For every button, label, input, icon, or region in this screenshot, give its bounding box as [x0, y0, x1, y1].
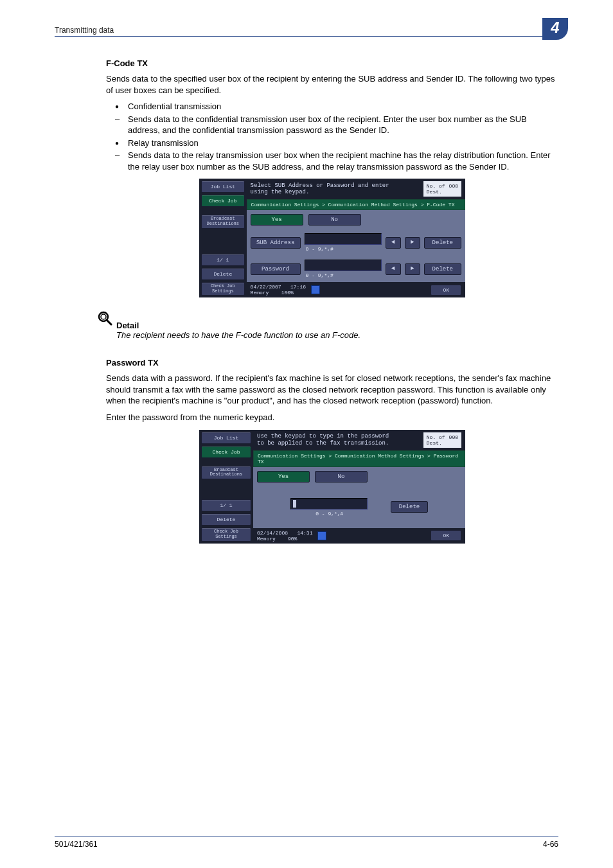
- memory-label: Memory: [257, 536, 276, 542]
- yes-button[interactable]: Yes: [257, 471, 310, 483]
- destination-count-badge: No. of Dest. 000: [423, 181, 461, 197]
- dest-count: 000: [449, 434, 458, 446]
- list-item: Sends data to the confidential transmiss…: [106, 114, 558, 136]
- detail-heading: Detail: [116, 321, 360, 330]
- svg-point-1: [101, 314, 106, 319]
- page-header-title: Transmitting data: [55, 26, 114, 35]
- page-indicator: 1/ 1: [201, 254, 245, 266]
- status-time: 17:16: [290, 284, 306, 290]
- status-time: 14:31: [297, 530, 312, 536]
- section-paragraph: Enter the password from the numeric keyp…: [106, 412, 558, 423]
- input-range: 0 - 9,*,#: [306, 272, 333, 278]
- password-field[interactable]: [305, 260, 382, 271]
- status-date: 02/14/2008: [257, 530, 288, 536]
- job-list-button[interactable]: Job List: [201, 181, 245, 193]
- input-range: 0 - 9,*,#: [306, 246, 333, 252]
- sub-address-field[interactable]: [305, 233, 382, 245]
- check-job-settings-button[interactable]: Check Job Settings: [201, 527, 251, 541]
- breadcrumb: Communication Settings > Communication M…: [253, 450, 465, 467]
- broadcast-destinations-button[interactable]: Broadcast Destinations: [201, 215, 245, 228]
- check-job-button[interactable]: Check Job: [201, 446, 251, 458]
- memory-label: Memory: [251, 290, 269, 296]
- section-paragraph: Sends data with a password. If the recip…: [106, 373, 558, 407]
- svg-line-2: [107, 320, 111, 324]
- breadcrumb: Communication Settings > Communication M…: [247, 199, 465, 210]
- sub-address-label[interactable]: SUB Address: [251, 237, 301, 249]
- memory-icon: [317, 531, 326, 540]
- section-heading-password: Password TX: [106, 358, 558, 368]
- list-item: Confidential transmission: [106, 101, 558, 112]
- list-item: Relay transmission: [106, 137, 558, 149]
- input-range: 0 - 9,*,#: [315, 511, 343, 517]
- instruction-text: Select SUB Address or Password and enter…: [251, 182, 389, 197]
- arrow-right-icon[interactable]: ►: [405, 237, 420, 249]
- password-field[interactable]: [290, 498, 368, 509]
- memory-value: 90%: [288, 536, 297, 542]
- list-item: Sends data to the relay transmission use…: [106, 150, 558, 172]
- password-label[interactable]: Password: [251, 263, 301, 275]
- memory-icon: [311, 285, 320, 294]
- device-screen-fcode: Job List Check Job Broadcast Destination…: [199, 179, 465, 297]
- status-date: 04/22/2007: [251, 284, 281, 290]
- dest-count: 000: [449, 183, 458, 195]
- destination-count-badge: No. of Dest. 000: [423, 432, 461, 448]
- footer-right: 4-66: [543, 840, 558, 849]
- page-indicator: 1/ 1: [201, 499, 251, 511]
- check-job-settings-button[interactable]: Check Job Settings: [201, 282, 245, 296]
- ok-button[interactable]: OK: [431, 530, 461, 541]
- device-screen-password: Job List Check Job Broadcast Destination…: [199, 430, 465, 544]
- section-intro-fcode: Sends data to the specified user box of …: [106, 73, 558, 96]
- no-button[interactable]: No: [308, 214, 361, 226]
- arrow-left-icon[interactable]: ◄: [386, 263, 401, 275]
- yes-button[interactable]: Yes: [251, 214, 303, 226]
- no-button[interactable]: No: [315, 471, 368, 483]
- instruction-text: Use the keypad to type in the password t…: [257, 433, 389, 447]
- magnifier-icon: [96, 309, 114, 327]
- dest-label: No. of Dest.: [427, 183, 445, 195]
- job-list-button[interactable]: Job List: [201, 432, 251, 444]
- side-delete-button[interactable]: Delete: [201, 268, 245, 280]
- delete-button[interactable]: Delete: [424, 263, 461, 275]
- text-cursor: [293, 500, 296, 508]
- ok-button[interactable]: OK: [431, 285, 461, 296]
- arrow-right-icon[interactable]: ►: [405, 263, 420, 275]
- delete-button[interactable]: Delete: [424, 237, 461, 249]
- arrow-left-icon[interactable]: ◄: [386, 237, 401, 249]
- section-heading-fcode: F-Code TX: [106, 58, 558, 68]
- check-job-button[interactable]: Check Job: [201, 195, 245, 207]
- footer-left: 501/421/361: [55, 840, 98, 849]
- broadcast-destinations-button[interactable]: Broadcast Destinations: [201, 466, 251, 479]
- memory-value: 100%: [281, 290, 294, 296]
- chapter-number-badge: 4: [542, 18, 568, 40]
- dest-label: No. of Dest.: [427, 434, 445, 446]
- side-delete-button[interactable]: Delete: [201, 513, 251, 526]
- detail-text: The recipient needs to have the F-code f…: [116, 330, 360, 340]
- delete-button[interactable]: Delete: [391, 501, 428, 513]
